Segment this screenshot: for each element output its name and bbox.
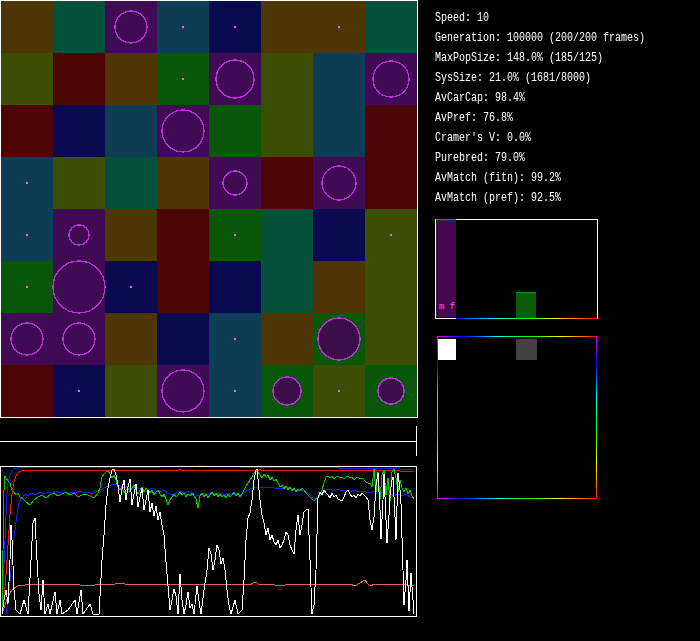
- svg-text:m f: m f: [439, 302, 455, 312]
